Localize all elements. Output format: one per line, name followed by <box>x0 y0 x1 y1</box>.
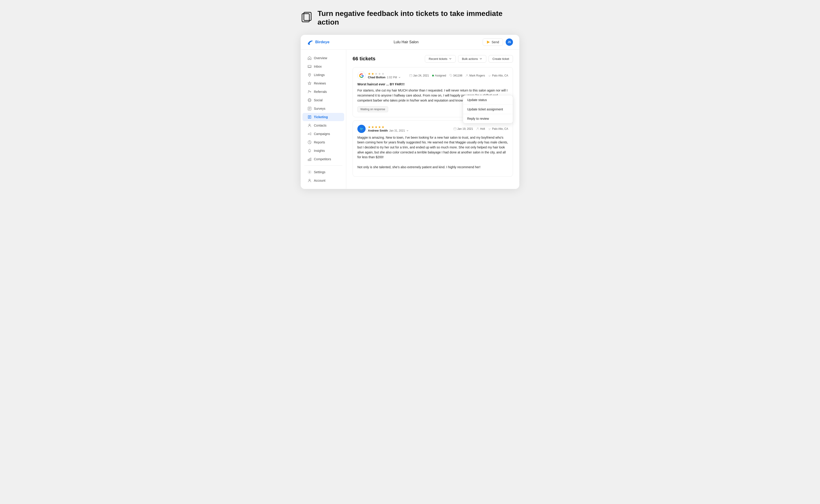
listings-icon <box>307 73 311 77</box>
user-avatar: JS <box>506 38 513 46</box>
ticket1-author: Chad Bolton <box>368 76 385 79</box>
main-layout: Overview Inbox Listings R <box>301 50 519 189</box>
topbar: Birdeye Lulu Hair Salon Send JS <box>301 35 519 50</box>
ticket2-time: Jan 31, 2021 <box>389 129 405 132</box>
ticket1-meta-row: ★ ★ ★ ★ ★ Chad Bolton 1:02 PM <box>357 71 508 80</box>
ticket1-location: Palo Alto, CA <box>488 74 508 77</box>
svg-rect-21 <box>409 74 412 77</box>
brand-icon <box>307 39 313 45</box>
account-icon <box>307 178 311 183</box>
competitors-icon <box>307 157 311 161</box>
sidebar-item-settings[interactable]: Settings <box>302 168 344 176</box>
ticket1-status: Assigned <box>432 74 446 77</box>
app-window: Birdeye Lulu Hair Salon Send JS Overview <box>301 35 519 189</box>
social-icon <box>307 98 311 102</box>
send-icon <box>487 40 490 44</box>
sidebar-item-ticketing[interactable]: Ticketing <box>302 113 344 121</box>
dropdown-update-assignment[interactable]: Update ticket assignment <box>463 104 513 114</box>
sidebar-item-inbox[interactable]: Inbox <box>302 62 344 71</box>
person-icon-2 <box>476 127 479 130</box>
svg-point-19 <box>309 171 310 173</box>
nav-divider <box>304 165 342 166</box>
ticket2-location: Palo Alto, CA <box>488 127 508 130</box>
chevron-down-icon <box>449 57 452 60</box>
ticket1-tag: 341198 <box>450 74 463 77</box>
svg-point-25 <box>450 75 451 75</box>
location-icon-2 <box>488 127 491 130</box>
content-header: 66 tickets Recent tickets Bulk actions <box>352 55 513 63</box>
ticket2-date: Jan 19, 2021 <box>454 127 473 130</box>
sidebar-item-reviews[interactable]: Reviews <box>302 79 344 87</box>
chevron-down-icon-bulk <box>479 57 483 60</box>
sidebar-item-account[interactable]: Account <box>302 176 344 185</box>
svg-point-26 <box>467 74 468 76</box>
ticket2-body-text: Maggie is amazing. New to town, I've bee… <box>357 135 508 170</box>
sidebar-item-contacts[interactable]: Contacts <box>302 121 344 130</box>
sidebar: Overview Inbox Listings R <box>301 50 346 189</box>
ticket1-stars: ★ ★ ★ ★ ★ <box>368 72 400 76</box>
content-area: 66 tickets Recent tickets Bulk actions <box>346 50 519 189</box>
chevron-down-icon-time2 <box>406 130 408 132</box>
sidebar-item-overview[interactable]: Overview <box>302 54 344 62</box>
brand-logo: Birdeye <box>307 39 329 45</box>
assigned-dot <box>432 75 434 76</box>
location-name: Lulu Hair Salon <box>393 40 419 44</box>
ticket2-right-meta: Jan 19, 2021 Holt <box>454 127 508 130</box>
sidebar-item-surveys[interactable]: Surveys <box>302 104 344 113</box>
dropdown-reply-review[interactable]: Reply to review <box>463 114 513 123</box>
header-actions: Recent tickets Bulk actions Create ticke… <box>425 55 513 63</box>
location-icon <box>488 74 491 77</box>
svg-point-20 <box>309 179 310 181</box>
ticket2-author: Andrew Smith <box>368 129 388 132</box>
reports-icon <box>307 140 311 144</box>
ticket2-source-avatar: 🐦 <box>357 125 365 133</box>
sidebar-item-social[interactable]: Social <box>302 96 344 104</box>
surveys-icon <box>307 107 311 111</box>
sidebar-item-referrals[interactable]: Referrals <box>302 88 344 96</box>
ticket2-assignee: Holt <box>476 127 485 130</box>
ticket2-author-block: ★ ★ ★ ★ ★ Andrew Smith Jan 31, 2021 <box>368 125 408 132</box>
dropdown-update-status[interactable]: Update status <box>463 95 513 104</box>
create-ticket-button[interactable]: Create ticket <box>489 55 513 63</box>
tickets-icon <box>301 11 313 24</box>
svg-point-13 <box>309 124 310 125</box>
svg-point-32 <box>477 128 478 129</box>
topbar-actions: Send JS <box>483 38 513 46</box>
sidebar-item-competitors[interactable]: Competitors <box>302 155 344 163</box>
inbox-icon <box>307 64 311 69</box>
sidebar-item-listings[interactable]: Listings <box>302 71 344 79</box>
ticket1-time: 1:02 PM <box>387 76 397 79</box>
svg-rect-17 <box>309 159 310 161</box>
home-icon <box>307 56 311 60</box>
recent-tickets-button[interactable]: Recent tickets <box>425 55 456 63</box>
sidebar-item-campaigns[interactable]: Campaigns <box>302 130 344 138</box>
google-icon <box>359 73 364 78</box>
sidebar-item-insights[interactable]: Insights <box>302 147 344 155</box>
tickets-title: 66 tickets <box>352 56 375 62</box>
send-button[interactable]: Send <box>483 38 503 46</box>
calendar-icon <box>409 74 412 77</box>
svg-point-3 <box>309 74 310 75</box>
ticket1-date: Jan 24, 2021 <box>409 74 429 77</box>
calendar-icon-2 <box>454 127 457 130</box>
page-header: Turn negative feedback into tickets to t… <box>301 9 519 27</box>
bulk-actions-button[interactable]: Bulk actions <box>458 55 486 63</box>
ticket1-subject: Worst haircut ever ... BY FAR!!! <box>357 82 508 87</box>
campaigns-icon <box>307 132 311 136</box>
settings-icon <box>307 170 311 174</box>
insights-icon <box>307 149 311 153</box>
ticket2-stars: ★ ★ ★ ★ ★ <box>368 125 408 129</box>
svg-point-4 <box>308 90 309 92</box>
dropdown-menu: Update status Update ticket assignment R… <box>463 95 513 123</box>
ticket2-meta-row: 🐦 ★ ★ ★ ★ ★ Andrew Smith Jan 31, 2021 <box>357 125 508 133</box>
sidebar-item-reports[interactable]: Reports <box>302 138 344 146</box>
svg-rect-28 <box>454 128 456 130</box>
star-icon <box>307 81 311 85</box>
tag-icon <box>450 74 453 77</box>
ticket2-body: Maggie is amazing. New to town, I've bee… <box>357 135 508 170</box>
ticket-card-2: 🐦 ★ ★ ★ ★ ★ Andrew Smith Jan 31, 2021 <box>352 120 513 177</box>
chevron-down-icon-time <box>398 76 400 79</box>
ticket1-assignee: Mark Rogers <box>466 74 485 77</box>
contacts-icon <box>307 123 311 127</box>
page-title: Turn negative feedback into tickets to t… <box>317 9 519 27</box>
